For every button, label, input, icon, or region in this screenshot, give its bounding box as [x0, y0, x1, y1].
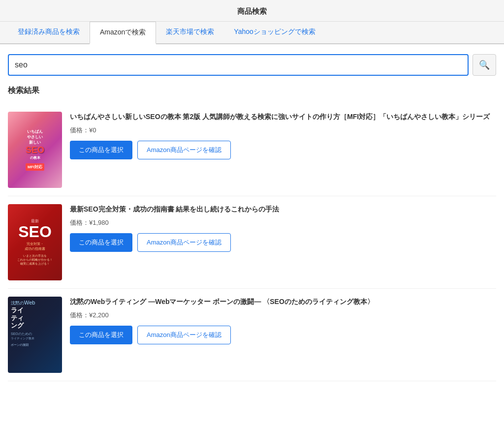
page-title: 商品検索	[237, 7, 267, 15]
results-heading: 検索結果	[8, 86, 496, 96]
page-header: 商品検索	[0, 0, 504, 22]
amazon-button-2[interactable]: Amazon商品ページを確認	[137, 233, 231, 252]
select-button-2[interactable]: この商品を選択	[70, 233, 132, 252]
tab-registered[interactable]: 登録済み商品を検索	[8, 22, 90, 44]
tab-amazon[interactable]: Amazonで検索	[90, 22, 156, 44]
product-price-3: 価格：¥2,200	[70, 311, 496, 320]
search-area: 🔍	[0, 44, 504, 81]
product-title-2: 最新SEO完全対策・成功の指南書 結果を出し続けるこれからの手法	[70, 204, 496, 214]
product-info-3: 沈黙のWebライティング ―Webマーケッター ボーンの激闘― 〈SEOのための…	[70, 297, 496, 373]
product-actions-3: この商品を選択 Amazon商品ページを確認	[70, 326, 496, 344]
product-image-3: 沈黙のWeb ライティング SEOのための ライティング教本 ボーンの激闘	[8, 297, 62, 373]
product-price-1: 価格：¥0	[70, 126, 496, 135]
product-title-1: いちばんやさしい新しいSEOの教本 第2版 人気講師が教える検索に強いサイトの作…	[70, 112, 496, 122]
product-info-2: 最新SEO完全対策・成功の指南書 結果を出し続けるこれからの手法 価格：¥1,9…	[70, 204, 496, 280]
product-title-3: 沈黙のWebライティング ―Webマーケッター ボーンの激闘― 〈SEOのための…	[70, 297, 496, 307]
select-button-3[interactable]: この商品を選択	[70, 326, 132, 344]
tab-yahoo[interactable]: Yahooショッピングで検索	[224, 22, 325, 44]
tab-bar: 登録済み商品を検索 Amazonで検索 楽天市場で検索 Yahooショッピングで…	[0, 22, 504, 44]
product-item: 沈黙のWeb ライティング SEOのための ライティング教本 ボーンの激闘 沈黙…	[8, 289, 496, 381]
product-actions-2: この商品を選択 Amazon商品ページを確認	[70, 233, 496, 252]
results-section: 検索結果 いちばん やさしい 新しい SEO の教本 MFI対応 いちばんやさし…	[0, 81, 504, 386]
search-icon: 🔍	[479, 60, 490, 70]
product-info-1: いちばんやさしい新しいSEOの教本 第2版 人気講師が教える検索に強いサイトの作…	[70, 112, 496, 188]
product-item: 最新 SEO 完全対策・ 成功の指南書 いまと次の手法をこれからの戦略が分かる！…	[8, 196, 496, 289]
product-item: いちばん やさしい 新しい SEO の教本 MFI対応 いちばんやさしい新しいS…	[8, 104, 496, 196]
search-input[interactable]	[8, 54, 469, 76]
amazon-button-1[interactable]: Amazon商品ページを確認	[137, 141, 231, 159]
tab-rakuten[interactable]: 楽天市場で検索	[156, 22, 224, 44]
search-button[interactable]: 🔍	[472, 54, 496, 76]
product-actions-1: この商品を選択 Amazon商品ページを確認	[70, 141, 496, 159]
product-image-1: いちばん やさしい 新しい SEO の教本 MFI対応	[8, 112, 62, 188]
amazon-button-3[interactable]: Amazon商品ページを確認	[137, 326, 231, 344]
product-price-2: 価格：¥1,980	[70, 218, 496, 227]
product-image-2: 最新 SEO 完全対策・ 成功の指南書 いまと次の手法をこれからの戦略が分かる！…	[8, 204, 62, 280]
select-button-1[interactable]: この商品を選択	[70, 141, 132, 159]
